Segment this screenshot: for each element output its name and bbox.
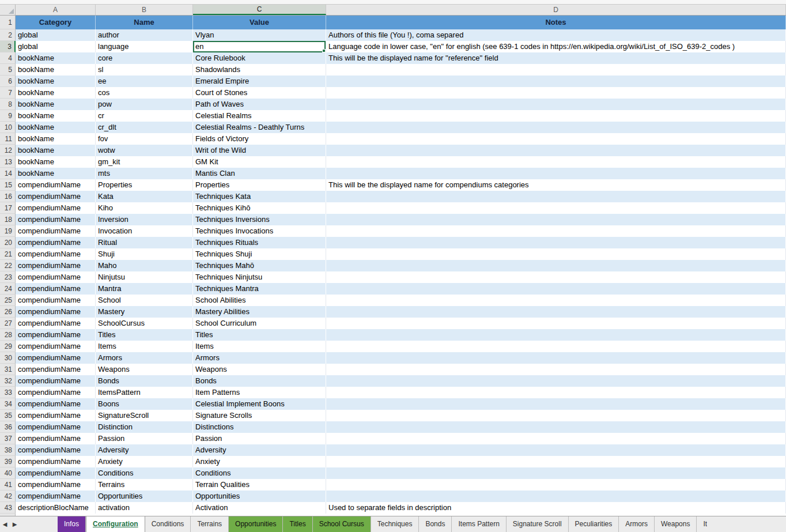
cell[interactable]: Celestial Realms bbox=[193, 110, 326, 122]
cell[interactable]: School Abilities bbox=[193, 295, 326, 306]
cell[interactable]: Anxiety bbox=[193, 456, 326, 467]
cell[interactable]: SignatureScroll bbox=[96, 410, 193, 421]
cell[interactable]: Weapons bbox=[193, 364, 326, 375]
cell[interactable]: SchoolCursus bbox=[96, 318, 193, 329]
sheet-tab-armors[interactable]: Armors bbox=[619, 516, 655, 532]
cell[interactable]: Invocation bbox=[96, 225, 193, 237]
cell[interactable]: Authors of this file (You !), coma separ… bbox=[326, 29, 786, 41]
row-header-2[interactable]: 2 bbox=[0, 29, 16, 41]
cell[interactable]: compendiumName bbox=[16, 318, 96, 329]
cell[interactable]: Activation bbox=[193, 502, 326, 514]
cell[interactable]: Celestial Implement Boons bbox=[193, 398, 326, 410]
table-header-cell[interactable]: Name bbox=[96, 16, 193, 29]
sheet-tab-infos[interactable]: Infos bbox=[58, 516, 86, 532]
cell[interactable]: Techniques Mahō bbox=[193, 260, 326, 271]
cell[interactable]: Signature Scrolls bbox=[193, 410, 326, 421]
cell[interactable]: fov bbox=[96, 133, 193, 145]
row-header-34[interactable]: 34 bbox=[0, 398, 16, 410]
cell[interactable]: Emerald Empire bbox=[193, 76, 326, 87]
cell[interactable]: compendiumName bbox=[16, 456, 96, 467]
cell[interactable]: cr bbox=[96, 110, 193, 122]
cell[interactable]: bookName bbox=[16, 110, 96, 122]
cell[interactable]: Bonds bbox=[96, 375, 193, 387]
row-header-33[interactable]: 33 bbox=[0, 387, 16, 398]
cell[interactable] bbox=[326, 306, 786, 318]
cell[interactable]: Opportunities bbox=[96, 491, 193, 502]
cell[interactable]: bookName bbox=[16, 87, 96, 99]
cell[interactable] bbox=[326, 341, 786, 352]
cell[interactable]: core bbox=[96, 52, 193, 64]
cell[interactable] bbox=[326, 214, 786, 225]
table-header-cell[interactable]: Notes bbox=[326, 16, 786, 29]
row-header-23[interactable]: 23 bbox=[0, 271, 16, 283]
cell[interactable]: ItemsPattern bbox=[96, 387, 193, 398]
row-header-13[interactable]: 13 bbox=[0, 156, 16, 168]
cell[interactable]: School bbox=[96, 295, 193, 306]
cell[interactable]: sl bbox=[96, 64, 193, 76]
cell[interactable]: Language code in lower case, "en" for en… bbox=[326, 41, 786, 52]
cell[interactable] bbox=[326, 191, 786, 202]
column-header-c[interactable]: C bbox=[193, 5, 326, 15]
cell[interactable] bbox=[326, 99, 786, 110]
cell[interactable]: Kiho bbox=[96, 202, 193, 214]
cell[interactable]: bookName bbox=[16, 76, 96, 87]
cell[interactable] bbox=[326, 271, 786, 283]
table-header-cell[interactable]: Value bbox=[193, 16, 326, 29]
cell[interactable]: compendiumName bbox=[16, 283, 96, 295]
cell[interactable]: compendiumName bbox=[16, 329, 96, 341]
cell[interactable] bbox=[326, 283, 786, 295]
cell[interactable]: pow bbox=[96, 99, 193, 110]
cell[interactable]: activation bbox=[96, 502, 193, 514]
cell[interactable] bbox=[326, 433, 786, 444]
cell[interactable] bbox=[326, 456, 786, 467]
cell[interactable] bbox=[326, 133, 786, 145]
cell[interactable] bbox=[326, 110, 786, 122]
cell[interactable]: compendiumName bbox=[16, 364, 96, 375]
cell[interactable]: Techniques Rituals bbox=[193, 237, 326, 248]
cell[interactable]: compendiumName bbox=[16, 491, 96, 502]
row-header-5[interactable]: 5 bbox=[0, 64, 16, 76]
cell[interactable] bbox=[326, 375, 786, 387]
cell[interactable]: Vlyan bbox=[193, 29, 326, 41]
cell[interactable]: Anxiety bbox=[96, 456, 193, 467]
cell[interactable]: compendiumName bbox=[16, 179, 96, 191]
cell[interactable] bbox=[326, 260, 786, 271]
row-header-24[interactable]: 24 bbox=[0, 283, 16, 295]
cell[interactable]: Opportunities bbox=[193, 491, 326, 502]
cell[interactable]: Techniques Invocations bbox=[193, 225, 326, 237]
cell[interactable]: Properties bbox=[96, 179, 193, 191]
row-header-31[interactable]: 31 bbox=[0, 364, 16, 375]
cell[interactable]: bookName bbox=[16, 145, 96, 156]
cell[interactable]: compendiumName bbox=[16, 341, 96, 352]
row-header-12[interactable]: 12 bbox=[0, 145, 16, 156]
cell[interactable]: compendiumName bbox=[16, 260, 96, 271]
sheet-tab-opportunities[interactable]: Opportunities bbox=[229, 516, 283, 532]
cell[interactable]: Shadowlands bbox=[193, 64, 326, 76]
cell[interactable]: Passion bbox=[193, 433, 326, 444]
cell[interactable]: compendiumName bbox=[16, 444, 96, 456]
row-header-6[interactable]: 6 bbox=[0, 76, 16, 87]
tab-scroll-left-icon[interactable]: ◀ bbox=[0, 516, 10, 532]
cell[interactable]: Mantra bbox=[96, 283, 193, 295]
cell[interactable]: gm_kit bbox=[96, 156, 193, 168]
row-header-22[interactable]: 22 bbox=[0, 260, 16, 271]
cell[interactable]: Properties bbox=[193, 179, 326, 191]
cell[interactable]: GM Kit bbox=[193, 156, 326, 168]
cell[interactable]: Celestial Realms - Deathly Turns bbox=[193, 122, 326, 133]
row-header-38[interactable]: 38 bbox=[0, 444, 16, 456]
cell[interactable]: compendiumName bbox=[16, 225, 96, 237]
row-header-18[interactable]: 18 bbox=[0, 214, 16, 225]
cell[interactable]: compendiumName bbox=[16, 467, 96, 479]
row-header-19[interactable]: 19 bbox=[0, 225, 16, 237]
cell[interactable]: language bbox=[96, 41, 193, 52]
cell[interactable]: Ninjutsu bbox=[96, 271, 193, 283]
row-header-11[interactable]: 11 bbox=[0, 133, 16, 145]
cell[interactable] bbox=[326, 145, 786, 156]
sheet-tab-school-cursus[interactable]: School Cursus bbox=[313, 516, 371, 532]
cell[interactable] bbox=[326, 444, 786, 456]
cell[interactable] bbox=[326, 410, 786, 421]
cell[interactable]: Bonds bbox=[193, 375, 326, 387]
cell[interactable]: Techniques Kata bbox=[193, 191, 326, 202]
cell[interactable] bbox=[326, 156, 786, 168]
row-header-37[interactable]: 37 bbox=[0, 433, 16, 444]
